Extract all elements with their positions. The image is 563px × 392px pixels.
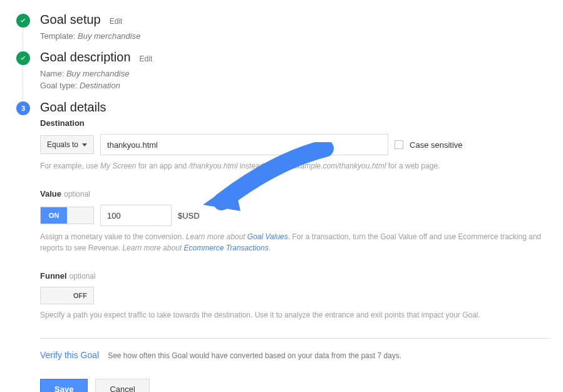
- case-sensitive-checkbox[interactable]: [395, 140, 403, 149]
- verify-goal-link[interactable]: Verify this Goal: [40, 350, 99, 360]
- step-goal-description: Goal description Edit Name: Buy merchand…: [15, 50, 550, 100]
- value-hint: Assign a monetary value to the conversio…: [40, 231, 550, 254]
- divider: [40, 338, 550, 339]
- destination-label: Destination: [40, 118, 550, 128]
- edit-description-link[interactable]: Edit: [140, 54, 153, 63]
- goal-values-link[interactable]: Goal Values: [247, 232, 288, 241]
- goal-setup-title: Goal setup: [40, 13, 101, 27]
- value-amount-input[interactable]: [100, 205, 172, 226]
- value-toggle[interactable]: ON: [40, 207, 94, 224]
- step-number-badge: 3: [16, 101, 30, 115]
- case-sensitive-label: Case sensitive: [410, 140, 463, 150]
- funnel-label: Funneloptional: [40, 271, 550, 281]
- value-section: Valueoptional ON $USD Assign a monetary …: [40, 189, 550, 254]
- funnel-toggle[interactable]: OFF: [40, 287, 94, 304]
- chevron-down-icon: [82, 143, 87, 147]
- match-type-select[interactable]: Equals to: [40, 135, 94, 154]
- step-goal-details: 3 Goal details Destination Equals to Cas…: [15, 100, 550, 392]
- destination-section: Destination Equals to Case sensitive For…: [40, 118, 550, 172]
- goal-details-title: Goal details: [40, 100, 106, 115]
- verify-row: Verify this Goal See how often this Goal…: [40, 350, 550, 360]
- goal-description-title: Goal description: [40, 50, 131, 64]
- funnel-section: Funneloptional OFF Specify a path you ex…: [40, 271, 550, 321]
- edit-setup-link[interactable]: Edit: [110, 17, 123, 26]
- check-icon: [16, 51, 30, 65]
- cancel-button[interactable]: Cancel: [95, 379, 149, 392]
- value-label: Valueoptional: [40, 189, 550, 199]
- ecommerce-transactions-link[interactable]: Ecommerce Transactions: [183, 244, 268, 252]
- destination-input[interactable]: [100, 134, 388, 155]
- funnel-hint: Specify a path you expect traffic to tak…: [40, 309, 550, 321]
- value-currency: $USD: [178, 211, 200, 220]
- check-icon: [16, 14, 30, 28]
- step-goal-setup: Goal setup Edit Template: Buy merchandis…: [15, 13, 550, 50]
- save-button[interactable]: Save: [40, 379, 88, 392]
- goal-description-meta: Name: Buy merchandise Goal type: Destina…: [40, 68, 550, 92]
- destination-hint: For example, use My Screen for an app an…: [40, 160, 550, 172]
- verify-desc: See how often this Goal would have conve…: [108, 351, 401, 360]
- goal-setup-meta: Template: Buy merchandise: [40, 31, 550, 43]
